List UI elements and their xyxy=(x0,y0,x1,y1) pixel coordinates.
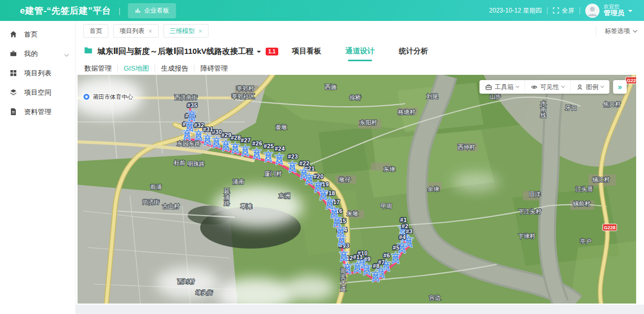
space-icon xyxy=(9,88,17,96)
map-place-label: 杜前 xyxy=(173,160,185,166)
map-place-label: 埭头街 xyxy=(196,289,213,296)
map-toolbar: 工具箱可见性图例 xyxy=(479,80,609,94)
map-place-label: 亭户 xyxy=(580,238,592,244)
map-place-label: 东洲 xyxy=(279,193,290,199)
chevron-down-icon[interactable] xyxy=(257,51,261,55)
sidebar-item-我的[interactable]: 我的 xyxy=(0,44,75,63)
tag-options-button[interactable]: 标签选项 xyxy=(596,26,637,36)
chevron-down-icon xyxy=(516,84,519,88)
tower-label: #8 xyxy=(373,263,380,269)
title-divider: | xyxy=(118,6,121,15)
map-place-label: 西刘村 xyxy=(178,278,195,285)
toolbox-icon xyxy=(485,84,492,91)
subnav-link-GIS地图[interactable]: GIS地图 xyxy=(117,65,155,72)
map-place-label: 前浦 xyxy=(150,184,162,190)
toolbar-label: 图例 xyxy=(586,83,598,92)
project-tabs: 项目看板通道设计统计分析 xyxy=(292,41,428,62)
tower-label: #5 xyxy=(393,244,400,251)
app-title: e建管-“先签后建”平台 xyxy=(20,5,111,17)
tower-label: #1 xyxy=(400,217,407,223)
map-place-label: 山步 xyxy=(489,93,501,99)
tower-label: #27 xyxy=(241,137,250,143)
fullscreen-button[interactable]: 全屏 xyxy=(553,6,574,15)
tower-label: #23 xyxy=(288,153,298,160)
map-place-label: 黄墩 xyxy=(276,124,287,130)
map-place-label: 草滩 xyxy=(241,203,252,209)
map-place-label: 古山村 xyxy=(162,203,180,209)
bar-chart-icon xyxy=(135,7,141,14)
main-content: 首页项目列表×三维模型× 标签选项 城东Ⅱ回与新度～后墩Ⅰ回110kV线路改接工… xyxy=(76,21,644,314)
tower-label: #26 xyxy=(252,140,262,147)
map-place-label: 格塘村 xyxy=(398,109,416,115)
map-place-label: 尚济街 xyxy=(143,199,160,205)
version-badge: 1.1 xyxy=(266,48,278,55)
map-place-label: 东阳村 xyxy=(360,119,377,126)
tab-chip-label: 首页 xyxy=(90,27,102,36)
tower-label: #3 xyxy=(406,228,413,234)
toolbar-工具箱[interactable]: 工具箱 xyxy=(479,80,525,94)
toolbar-图例[interactable]: 图例 xyxy=(570,80,609,94)
sidebar-item-项目列表[interactable]: 项目列表 xyxy=(0,63,75,83)
folder-icon xyxy=(84,47,93,56)
map-place-label: 西坤村 xyxy=(458,144,475,150)
tab-chip-bar: 首页项目列表×三维模型× 标签选项 xyxy=(76,21,644,41)
map-place-label: 宫边 xyxy=(429,295,441,301)
subnav-link-生成报告[interactable]: 生成报告 xyxy=(155,65,194,72)
sidebar-item-label: 资料管理 xyxy=(24,107,51,117)
tab-chip-label: 三维模型 xyxy=(170,27,195,36)
username: 管理员 xyxy=(604,9,624,17)
tower-label: #9 xyxy=(364,256,371,262)
close-icon[interactable]: × xyxy=(148,28,152,35)
toolbar-可见性[interactable]: 可见性 xyxy=(525,80,570,94)
map-place-label: 镇前村 xyxy=(573,200,591,207)
map-place-label: 下埭村 xyxy=(518,233,536,239)
sub-navigation: 数据管理GIS地图生成报告障碍管理 xyxy=(76,62,644,75)
map-place-label: 下江头村 xyxy=(518,208,541,215)
tower-label: #30 xyxy=(212,129,222,135)
tab-chip-项目列表[interactable]: 项目列表× xyxy=(113,24,159,38)
enterprise-board-button[interactable]: 企业看板 xyxy=(128,3,176,18)
tab-统计分析[interactable]: 统计分析 xyxy=(399,41,428,62)
sidebar-item-资料管理[interactable]: 资料管理 xyxy=(0,102,75,121)
sidebar-item-首页[interactable]: 首页 xyxy=(0,25,75,44)
map-place-label: 东园东路 xyxy=(177,140,200,147)
subnav-link-障碍管理[interactable]: 障碍管理 xyxy=(194,65,233,72)
avatar xyxy=(585,4,599,18)
subnav-link-数据管理[interactable]: 数据管理 xyxy=(84,65,117,72)
tab-chip-三维模型[interactable]: 三维模型× xyxy=(163,24,209,38)
close-icon[interactable]: × xyxy=(199,28,203,35)
sidebar: 首页我的项目列表项目空间资料管理 xyxy=(0,21,76,314)
sidebar-item-label: 项目空间 xyxy=(24,88,51,97)
poi-label: 莆田市体育中心 xyxy=(93,94,133,100)
tower-label: #20 xyxy=(313,173,323,180)
map-place-label: 刘尾 xyxy=(426,93,438,99)
road-badge: G228 xyxy=(626,77,636,84)
map-place-label: 甲周 xyxy=(380,203,392,209)
sidebar-item-项目空间[interactable]: 项目空间 xyxy=(0,83,75,102)
road-badge: G228 xyxy=(603,224,617,231)
header-separator xyxy=(580,7,580,14)
tower-label: #31 xyxy=(203,126,213,132)
tower-label: #25 xyxy=(264,143,274,149)
sidebar-item-label: 项目列表 xyxy=(24,69,51,78)
tab-chip-首页[interactable]: 首页 xyxy=(83,24,108,38)
map-place-label: 镇江村 xyxy=(593,176,610,183)
home-icon xyxy=(9,30,17,38)
user-menu[interactable]: 欢迎您 管理员 xyxy=(585,4,632,18)
tower-label: #32 xyxy=(194,122,204,128)
tower-label: #29 xyxy=(221,132,231,138)
tower-label: #4 xyxy=(399,234,406,240)
map-place-label: 焦口村 xyxy=(604,101,621,107)
map-place-label: 莘郊村 xyxy=(237,85,254,92)
satellite-map[interactable]: #1#2#3#4#5#6#7#8#9#10#11#12#13#14#15#16#… xyxy=(78,75,636,304)
map-place-label: 牙口 xyxy=(565,105,577,111)
tab-项目看板[interactable]: 项目看板 xyxy=(292,41,321,62)
tab-通道设计[interactable]: 通道设计 xyxy=(345,41,375,62)
project-title[interactable]: 城东Ⅱ回与新度～后墩Ⅰ回110kV线路改接工程 xyxy=(97,47,254,57)
bottom-strip xyxy=(76,305,644,314)
tower-label: #6 xyxy=(384,252,390,259)
tower-label: #24 xyxy=(275,145,285,152)
map-place-label: 江头厝 xyxy=(575,186,593,192)
sidebar-item-label: 我的 xyxy=(24,49,38,59)
toolbar-expand-button[interactable]: » xyxy=(613,80,627,94)
